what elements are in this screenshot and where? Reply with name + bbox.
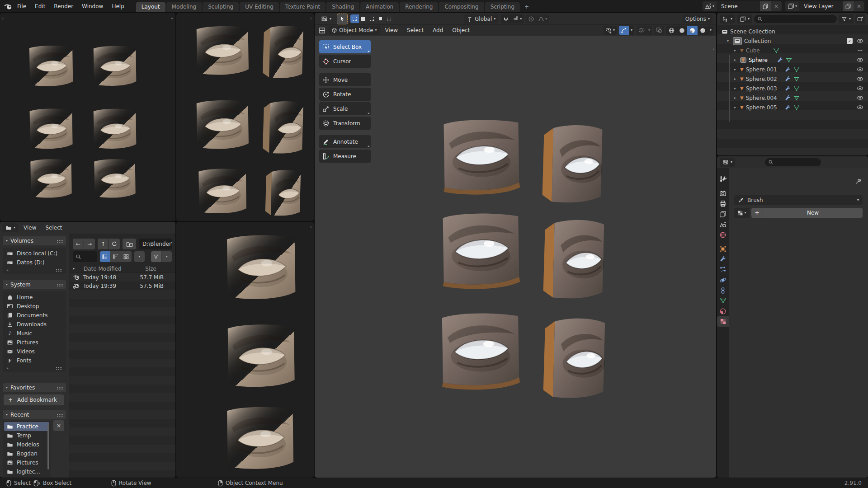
outliner-row-sphere-003[interactable]: ▸ ▼ Sphere.003	[717, 84, 868, 93]
object-type-visibility-dropdown[interactable]: ▾	[604, 26, 617, 35]
display-horizontal-list-button[interactable]	[110, 251, 121, 262]
menu-object[interactable]: Object	[448, 26, 473, 34]
tab-animation[interactable]: Animation	[360, 2, 399, 12]
scene-unlink-button[interactable]: ×	[771, 1, 782, 11]
outliner-row-sphere-001[interactable]: ▸ ▼ Sphere.001	[717, 65, 868, 74]
shading-wireframe-button[interactable]	[666, 26, 677, 35]
recent-item[interactable]: Temp	[3, 431, 51, 440]
add-bookmark-button[interactable]: +Add Bookmark	[4, 394, 64, 405]
outliner-row-sphere-002[interactable]: ▸ ▼ Sphere.002	[717, 74, 868, 84]
snap-target-dropdown[interactable]: ▾	[511, 14, 524, 23]
system-item-videos[interactable]: Videos	[3, 347, 66, 356]
volume-item[interactable]: Disco local (C:)	[3, 249, 66, 258]
expand-icon[interactable]: ▸	[732, 67, 738, 71]
new-folder-button[interactable]	[123, 239, 136, 249]
display-vertical-list-button[interactable]	[100, 251, 110, 262]
pin-icon[interactable]	[855, 178, 862, 185]
sculpt-tile[interactable]	[540, 215, 608, 304]
editor-type-button[interactable]	[317, 26, 327, 35]
expand-icon[interactable]: ▸	[732, 96, 738, 100]
system-item-downloads[interactable]: Downloads	[3, 320, 66, 329]
tab-compositing[interactable]: Compositing	[439, 2, 484, 12]
expand-icon[interactable]: ▾	[725, 39, 731, 43]
recent-scrollbar[interactable]	[47, 424, 49, 469]
back-button[interactable]: ←	[73, 239, 84, 249]
outliner-search-input[interactable]	[754, 15, 837, 23]
options-dropdown[interactable]: Options ▾	[683, 14, 712, 23]
visibility-eye-icon[interactable]	[855, 56, 864, 63]
select-mode-subtract[interactable]	[368, 14, 376, 23]
mode-dropdown[interactable]: Object Mode ▾	[329, 26, 380, 35]
area-collapse-icon[interactable]: «	[170, 16, 174, 21]
system-item-desktop[interactable]: Desktop	[3, 302, 66, 311]
outliner-row-sphere-004[interactable]: ▸ ▼ Sphere.004	[717, 93, 868, 103]
tab-scripting[interactable]: Scripting	[485, 2, 520, 12]
snap-toggle-button[interactable]	[501, 14, 511, 23]
system-item-pictures[interactable]: Pictures	[3, 338, 66, 347]
transform-orientation-dropdown[interactable]: Global ▾	[464, 14, 498, 23]
tab-material[interactable]	[717, 306, 729, 316]
volume-item[interactable]: Datos (D:)	[3, 258, 66, 267]
editor-type-button[interactable]: ▾	[3, 223, 18, 232]
outliner-row-cube[interactable]: ▸ ▼ Cube	[717, 46, 868, 55]
visibility-eye-icon[interactable]	[855, 85, 864, 92]
expand-icon[interactable]: ▸	[732, 105, 738, 109]
view-layer-name[interactable]: View Layer	[799, 3, 843, 9]
column-size[interactable]: Size	[145, 266, 156, 272]
visibility-eye-icon[interactable]	[855, 66, 864, 73]
active-tool-button[interactable]	[337, 14, 348, 24]
recent-item-partial[interactable]	[3, 476, 51, 478]
select-mode-new[interactable]	[350, 14, 359, 23]
properties-search-input[interactable]	[765, 158, 821, 166]
collection-checkbox[interactable]: ✓	[847, 38, 853, 44]
visibility-eye-icon[interactable]	[855, 94, 864, 101]
system-item-documents[interactable]: Documents	[3, 311, 66, 320]
display-mode-dropdown[interactable]: ▾	[737, 14, 752, 23]
tab-modifiers[interactable]	[717, 254, 729, 264]
tool-select-box[interactable]: Select Box	[319, 40, 371, 53]
sculpt-tile[interactable]	[540, 310, 609, 406]
sculpt-tile[interactable]	[435, 301, 524, 399]
scene-icon[interactable]: ▾	[703, 1, 717, 11]
outliner-row-scene-collection[interactable]: Scene Collection	[717, 27, 868, 36]
tab-sculpting[interactable]: Sculpting	[203, 2, 239, 12]
tool-measure[interactable]: Measure	[319, 150, 371, 163]
path-field[interactable]: D:\Blender\..	[139, 239, 172, 249]
menu-file[interactable]: File	[13, 2, 30, 11]
system-item-fonts[interactable]: FFonts	[3, 356, 66, 365]
outliner-row-sphere[interactable]: ▸ ▼ Sphere	[717, 55, 868, 65]
shading-solid-button[interactable]	[677, 26, 687, 35]
menu-window[interactable]: Window	[78, 2, 107, 11]
tab-texture[interactable]	[717, 316, 729, 327]
new-collection-button[interactable]	[855, 14, 865, 23]
show-overlays-toggle[interactable]	[637, 26, 646, 35]
shading-settings-dropdown[interactable]: ▾	[708, 26, 713, 35]
menu-view[interactable]: View	[382, 26, 401, 34]
sculpt-tile[interactable]	[539, 121, 606, 207]
view-layer-copy-button[interactable]	[843, 1, 854, 11]
recent-item[interactable]: Modelos	[3, 440, 51, 449]
parent-dir-button[interactable]: ↑	[98, 239, 108, 249]
expand-icon[interactable]: ▸	[732, 48, 738, 52]
tab-scene[interactable]	[717, 219, 729, 230]
system-item-home[interactable]: Home	[3, 293, 66, 302]
column-date-modified[interactable]: Date Modified	[84, 266, 122, 272]
tool-scale[interactable]: Scale	[319, 102, 371, 115]
section-resize-grip[interactable]: ▸	[3, 267, 66, 272]
tool-settings-icon[interactable]: ▾	[318, 14, 334, 23]
texture-type-dropdown[interactable]: ▾	[734, 208, 750, 218]
sculpt-tile[interactable]	[436, 205, 524, 295]
tab-rendering[interactable]: Rendering	[400, 2, 438, 12]
visibility-eye-icon[interactable]	[855, 75, 864, 82]
recent-item[interactable]: Pictures	[3, 458, 51, 467]
file-search-input[interactable]	[73, 251, 97, 262]
menu-help[interactable]: Help	[108, 2, 128, 11]
area-corner-icon[interactable]: ›	[310, 16, 312, 21]
display-thumbnails-button[interactable]	[121, 251, 132, 262]
select-mode-extend[interactable]	[359, 14, 368, 23]
menu-edit[interactable]: Edit	[31, 2, 49, 11]
system-section-header[interactable]: ▾System	[3, 280, 66, 289]
view-layer-remove-button[interactable]: ×	[854, 1, 864, 11]
menu-select[interactable]: Select	[403, 26, 427, 34]
section-resize-grip[interactable]: ▸	[3, 365, 66, 371]
